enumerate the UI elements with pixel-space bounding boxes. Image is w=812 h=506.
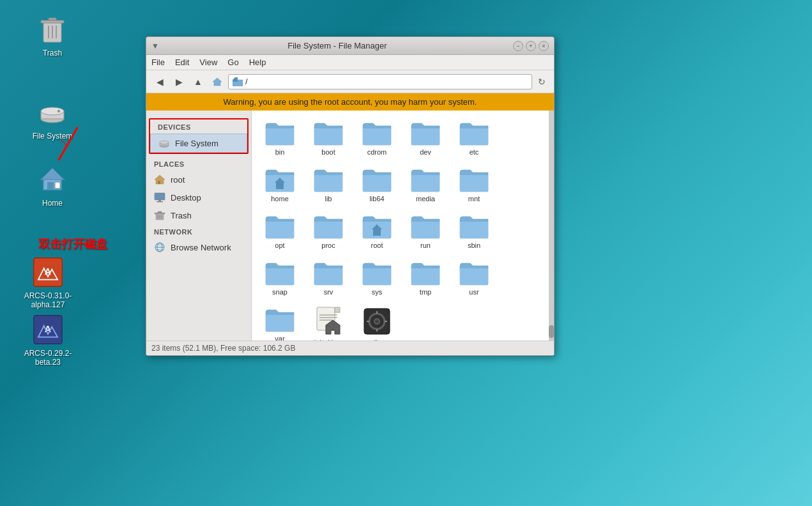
svg-marker-13 bbox=[41, 168, 64, 180]
file-item-snap[interactable]: snap bbox=[258, 257, 302, 298]
file-label-media: media bbox=[416, 195, 435, 203]
file-item-cdrom[interactable]: cdrom bbox=[355, 117, 399, 158]
file-item-media[interactable]: media bbox=[404, 164, 447, 205]
file-label-boot: boot bbox=[321, 148, 335, 156]
svg-marker-20 bbox=[213, 78, 222, 86]
sidebar-item-desktop[interactable]: Desktop bbox=[146, 188, 251, 206]
file-item-root[interactable]: root bbox=[355, 210, 399, 252]
maximize-button[interactable]: + bbox=[526, 41, 536, 51]
trash-sidebar-icon bbox=[154, 210, 165, 221]
menu-edit[interactable]: Edit bbox=[175, 57, 189, 67]
file-browser: bin boot cdrom dev bbox=[252, 111, 549, 341]
menu-go[interactable]: Go bbox=[227, 57, 238, 67]
desktop: Trash File System Home → 双击打开磁盘 bbox=[0, 0, 812, 506]
sidebar-item-trash[interactable]: Trash bbox=[146, 206, 251, 224]
file-item-tmp[interactable]: tmp bbox=[404, 257, 447, 298]
file-item-home[interactable]: home bbox=[258, 164, 302, 205]
network-icon bbox=[154, 241, 165, 253]
svg-point-26 bbox=[160, 141, 169, 144]
arcs1-label: ARCS-0.31.0-alpha.127 bbox=[19, 291, 77, 309]
file-item-lib64[interactable]: lib64 bbox=[355, 164, 399, 205]
desktop-icon-trash[interactable]: Trash bbox=[24, 13, 81, 57]
menu-file[interactable]: File bbox=[151, 57, 165, 67]
scroll-indicator[interactable] bbox=[549, 111, 554, 341]
file-label-mnt: mnt bbox=[468, 195, 480, 203]
svg-point-54 bbox=[374, 319, 379, 324]
home-label: Home bbox=[42, 199, 63, 208]
sidebar-browse-network-label: Browse Network bbox=[171, 243, 231, 252]
file-item-sbin[interactable]: sbin bbox=[452, 210, 496, 252]
root-home-icon bbox=[154, 174, 165, 185]
home-button[interactable] bbox=[209, 73, 226, 90]
svg-rect-47 bbox=[335, 307, 340, 312]
file-label-sys: sys bbox=[372, 288, 383, 296]
file-label-usr: usr bbox=[469, 288, 479, 296]
file-label-tmp: tmp bbox=[420, 288, 431, 296]
forward-button[interactable]: ▶ bbox=[171, 73, 187, 90]
file-item-mnt[interactable]: mnt bbox=[452, 164, 496, 205]
arcs2-icon: A bbox=[33, 313, 63, 346]
network-section-title: NETWORK bbox=[146, 224, 251, 238]
file-item-dev[interactable]: dev bbox=[404, 117, 447, 158]
file-label-sbin: sbin bbox=[468, 241, 480, 249]
sidebar-trash-label: Trash bbox=[171, 211, 192, 220]
sidebar-item-filesystem[interactable]: File System bbox=[150, 134, 247, 153]
file-item-lib[interactable]: lib bbox=[307, 164, 350, 205]
desktop-icon-arcs1[interactable]: A ARCS-0.31.0-alpha.127 bbox=[19, 256, 77, 309]
svg-rect-33 bbox=[155, 213, 165, 214]
menu-view[interactable]: View bbox=[199, 57, 217, 67]
arcs1-icon: A bbox=[33, 256, 63, 289]
file-item-vmlinuz[interactable]: vmlinuz bbox=[355, 303, 399, 341]
title-arrow[interactable]: ▼ bbox=[151, 42, 159, 50]
svg-rect-31 bbox=[157, 201, 163, 203]
address-path: / bbox=[245, 77, 248, 86]
file-item-sys[interactable]: sys bbox=[355, 257, 399, 298]
svg-rect-22 bbox=[233, 80, 238, 82]
sidebar-item-browse-network[interactable]: Browse Network bbox=[146, 238, 251, 256]
minimize-button[interactable]: − bbox=[513, 41, 523, 51]
file-item-bin[interactable]: bin bbox=[258, 117, 302, 158]
main-content: DEVICES File System PLACES bbox=[146, 111, 554, 341]
svg-rect-28 bbox=[158, 181, 160, 184]
svg-rect-29 bbox=[155, 193, 165, 200]
up-button[interactable]: ▲ bbox=[190, 73, 206, 90]
file-item-srv[interactable]: srv bbox=[307, 257, 350, 298]
devices-section: DEVICES File System bbox=[149, 118, 249, 154]
drive-icon bbox=[158, 137, 170, 149]
warning-text: Warning, you are using the root account,… bbox=[224, 97, 477, 107]
file-item-var[interactable]: var bbox=[258, 303, 302, 341]
address-bar[interactable]: / bbox=[228, 74, 532, 89]
title-bar: ▼ File System - File Manager − + × bbox=[146, 37, 554, 55]
file-label-srv: srv bbox=[324, 288, 333, 296]
file-manager-window: ▼ File System - File Manager − + × File … bbox=[146, 36, 555, 356]
menu-help[interactable]: Help bbox=[249, 57, 266, 67]
file-label-var: var bbox=[275, 335, 284, 341]
file-item-initrd[interactable]: initrd.img bbox=[307, 303, 350, 341]
file-item-boot[interactable]: boot bbox=[307, 117, 350, 158]
desktop-icon-home[interactable]: Home bbox=[24, 163, 81, 208]
file-label-dev: dev bbox=[420, 148, 431, 156]
arcs2-label: ARCS-0.29.2-beta.23 bbox=[19, 349, 77, 367]
window-title: File System - File Manager bbox=[162, 41, 513, 50]
sidebar-item-root[interactable]: root bbox=[146, 171, 251, 188]
refresh-button[interactable]: ↻ bbox=[535, 75, 549, 89]
file-label-root: root bbox=[371, 241, 383, 249]
sidebar-root-label: root bbox=[171, 175, 185, 185]
file-item-etc[interactable]: etc bbox=[452, 117, 496, 158]
file-item-proc[interactable]: proc bbox=[307, 210, 350, 252]
svg-marker-23 bbox=[233, 77, 238, 80]
desktop-icon-arcs2[interactable]: A ARCS-0.29.2-beta.23 bbox=[19, 313, 77, 367]
file-label-lib: lib bbox=[325, 195, 332, 203]
close-button[interactable]: × bbox=[539, 41, 549, 51]
file-label-bin: bin bbox=[275, 148, 285, 156]
file-item-opt[interactable]: opt bbox=[258, 210, 302, 252]
scroll-thumb bbox=[549, 325, 554, 338]
file-item-usr[interactable]: usr bbox=[452, 257, 496, 298]
back-button[interactable]: ◀ bbox=[151, 73, 168, 90]
file-item-run[interactable]: run bbox=[404, 210, 447, 252]
home-icon bbox=[37, 163, 68, 196]
svg-rect-11 bbox=[47, 182, 54, 190]
file-label-proc: proc bbox=[321, 241, 335, 249]
sidebar: DEVICES File System PLACES bbox=[146, 111, 252, 341]
status-bar: 23 items (52.1 MB), Free space: 106.2 GB bbox=[146, 341, 554, 355]
